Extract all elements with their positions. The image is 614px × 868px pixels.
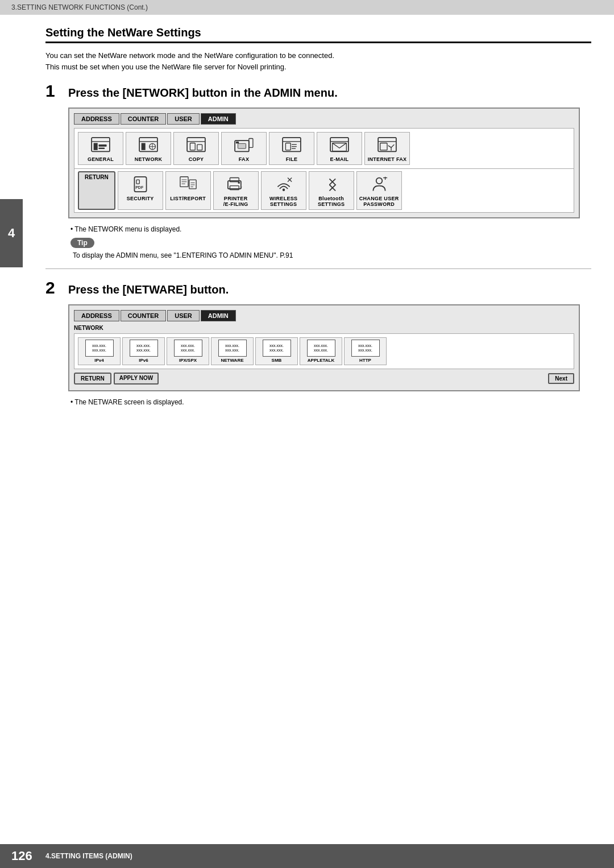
icon-email[interactable]: E-MAIL (317, 132, 362, 165)
step2-tab-user[interactable]: USER (167, 310, 200, 321)
tab-counter[interactable]: COUNTER (121, 113, 166, 125)
icon-bluetooth-settings[interactable]: BluetoothSETTINGS (309, 171, 354, 210)
svg-text:PDF: PDF (135, 185, 144, 189)
main-content: Setting the NetWare Settings You can set… (23, 15, 614, 421)
svg-rect-17 (249, 139, 253, 148)
icon-email-label: E-MAIL (330, 156, 349, 162)
svg-rect-16 (238, 143, 246, 148)
admin-icon-grid-row2: RETURN PDF SECURITY (74, 169, 574, 213)
network-item-ipxspx[interactable]: xxx.xxx. xxx.xxx. IPX/SPX (167, 337, 209, 365)
icon-fax-label: FAX (239, 156, 249, 162)
svg-rect-13 (190, 143, 195, 150)
icon-file-label: FILE (286, 156, 298, 162)
svg-point-51 (376, 178, 382, 184)
icon-wireless-settings[interactable]: WIRELESSSETTINGS (261, 171, 306, 210)
icon-list-report[interactable]: LIST/REPORT (165, 171, 211, 210)
step1-heading: 1 Press the [NETWORK] button in the ADMI… (45, 81, 591, 101)
net-label-ipv6: IPv6 (139, 358, 148, 363)
svg-text:/: / (240, 185, 242, 189)
icon-wireless-settings-label: WIRELESSSETTINGS (269, 196, 297, 207)
net-label-ipxspx: IPX/SPX (179, 358, 197, 363)
icon-general[interactable]: GENERAL (78, 132, 123, 165)
footer-label: 4.SETTING ITEMS (ADMIN) (45, 852, 132, 860)
step1-note: The NETWORK menu is displayed. (70, 225, 591, 233)
step2-text: Press the [NETWARE] button. (68, 283, 229, 296)
svg-point-48 (282, 189, 284, 191)
net-label-http: HTTP (359, 358, 371, 363)
icon-security-label: SECURITY (127, 196, 154, 201)
icon-printer-efiling[interactable]: / PRINTER/E-FILING (213, 171, 259, 210)
step2-panel: ADDRESS COUNTER USER ADMIN NETWORK xxx.x… (68, 304, 580, 391)
icon-list-report-label: LIST/REPORT (170, 196, 206, 201)
tab-address[interactable]: ADDRESS (74, 113, 119, 125)
icon-security[interactable]: PDF SECURITY (118, 171, 163, 210)
network-item-appletalk[interactable]: xxx.xxx. xxx.xxx. APPLETALK (300, 337, 342, 365)
icon-copy[interactable]: COPY (173, 132, 219, 165)
tip-text: To display the ADMIN menu, see "1.ENTERI… (73, 251, 591, 259)
network-grid: xxx.xxx. xxx.xxx. IPv4 xxx.xxx. xxx.xxx.… (74, 333, 574, 369)
admin-icon-grid-row1: GENERAL NETWORK (74, 128, 574, 169)
network-label: NETWORK (74, 325, 574, 331)
icon-file[interactable]: FILE (269, 132, 314, 165)
next-button[interactable]: Next (548, 373, 574, 384)
step2-panel-bottom: RETURN APPLY NOW Next (74, 371, 574, 386)
return-button-step2[interactable]: RETURN (74, 373, 111, 385)
svg-rect-33 (136, 180, 139, 184)
apply-now-button[interactable]: APPLY NOW (114, 373, 159, 385)
description: You can set the NetWare network mode and… (45, 50, 591, 72)
net-label-smb: SMB (272, 358, 282, 363)
step2-tab-address[interactable]: ADDRESS (74, 310, 119, 321)
network-item-ipv4[interactable]: xxx.xxx. xxx.xxx. IPv4 (78, 337, 121, 365)
tip-badge: Tip (70, 238, 94, 248)
step2-tab-bar: ADDRESS COUNTER USER ADMIN (74, 310, 574, 321)
top-bar-label: 3.SETTING NETWORK FUNCTIONS (Cont.) (11, 3, 148, 11)
icon-network-label: NETWORK (135, 156, 163, 162)
svg-rect-3 (98, 144, 106, 147)
step2-note: The NETWARE screen is displayed. (70, 398, 591, 406)
network-item-smb[interactable]: xxx.xxx. xxx.xxx. SMB (255, 337, 298, 365)
step2-heading: 2 Press the [NETWARE] button. (45, 278, 591, 297)
icon-printer-efiling-label: PRINTER/E-FILING (223, 196, 248, 207)
icon-change-user-password-label: CHANGE USERPASSWORD (359, 196, 399, 207)
svg-rect-4 (98, 147, 105, 149)
return-button-step1[interactable]: RETURN (78, 171, 115, 210)
tip-box: Tip To display the ADMIN menu, see "1.EN… (70, 238, 591, 259)
step1-tab-bar: ADDRESS COUNTER USER ADMIN (74, 113, 574, 125)
net-label-appletalk: APPLETALK (308, 358, 334, 363)
step1-panel: ADDRESS COUNTER USER ADMIN GENERAL (68, 108, 580, 218)
step2-tab-counter[interactable]: COUNTER (121, 310, 166, 321)
svg-rect-18 (236, 142, 239, 144)
top-bar: 3.SETTING NETWORK FUNCTIONS (Cont.) (0, 0, 614, 15)
svg-rect-30 (380, 143, 387, 150)
bottom-bar: 126 4.SETTING ITEMS (ADMIN) (0, 844, 614, 868)
svg-rect-21 (285, 143, 291, 150)
step2-number: 2 (45, 278, 63, 297)
network-item-http[interactable]: xxx.xxx. xxx.xxx. HTTP (344, 337, 387, 365)
side-tab-number: 4 (0, 199, 23, 267)
step-divider (45, 268, 591, 269)
icon-internet-fax[interactable]: INTERNET FAX (364, 132, 410, 165)
page-number: 126 (11, 849, 45, 863)
section-title: Setting the NetWare Settings (45, 26, 591, 43)
svg-rect-39 (189, 180, 196, 189)
icon-copy-label: COPY (189, 156, 204, 162)
icon-change-user-password[interactable]: CHANGE USERPASSWORD (356, 171, 402, 210)
icon-general-label: GENERAL (88, 156, 114, 162)
icon-network[interactable]: NETWORK (126, 132, 171, 165)
network-item-ipv6[interactable]: xxx.xxx. xxx.xxx. IPv6 (122, 337, 165, 365)
icon-fax[interactable]: FAX (221, 132, 267, 165)
svg-rect-2 (94, 143, 98, 150)
tab-user[interactable]: USER (167, 113, 200, 125)
icon-internet-fax-label: INTERNET FAX (368, 156, 407, 162)
tab-admin[interactable]: ADMIN (201, 113, 236, 125)
network-item-netware[interactable]: xxx.xxx. xxx.xxx. NETWARE (211, 337, 254, 365)
svg-rect-25 (330, 138, 349, 152)
step1-text: Press the [NETWORK] button in the ADMIN … (68, 86, 338, 100)
svg-rect-32 (134, 177, 146, 192)
svg-point-46 (238, 182, 240, 184)
step2-tab-admin[interactable]: ADMIN (201, 310, 236, 321)
net-label-netware: NETWARE (221, 358, 244, 363)
step1-number: 1 (45, 81, 63, 101)
svg-rect-7 (142, 143, 146, 150)
net-label-ipv4: IPv4 (94, 358, 103, 363)
